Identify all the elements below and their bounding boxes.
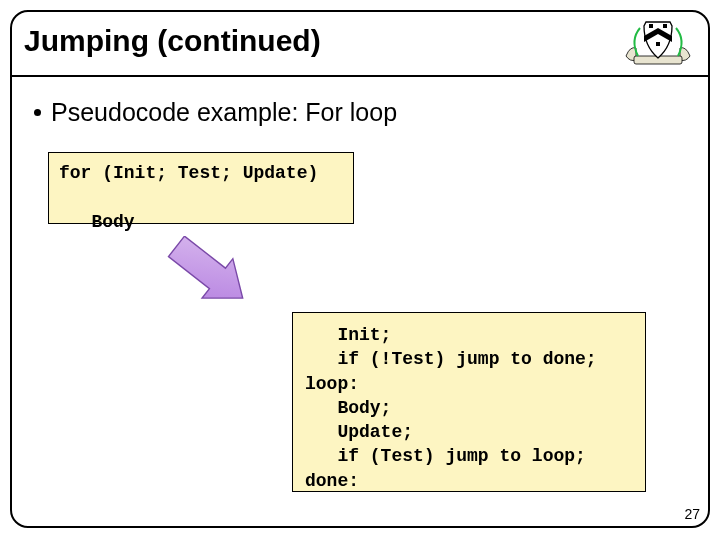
bullet-line: Pseudocode example: For loop — [34, 98, 397, 127]
svg-rect-1 — [649, 24, 653, 28]
arrow-down-icon — [148, 236, 268, 306]
slide-title: Jumping (continued) — [24, 24, 321, 58]
crest-icon — [622, 16, 694, 72]
svg-rect-2 — [663, 24, 667, 28]
svg-rect-3 — [656, 42, 660, 46]
page-number: 27 — [684, 506, 700, 522]
code-box-expanded: Init; if (!Test) jump to done; loop: Bod… — [292, 312, 646, 492]
bullet-text: Pseudocode example: For loop — [51, 98, 397, 126]
code-box-source: for (Init; Test; Update) Body — [48, 152, 354, 224]
slide-frame: Jumping (continued) Pseu — [10, 10, 710, 528]
title-underline — [12, 75, 708, 77]
bullet-dot-icon — [34, 109, 41, 116]
title-area: Jumping (continued) — [12, 12, 708, 82]
